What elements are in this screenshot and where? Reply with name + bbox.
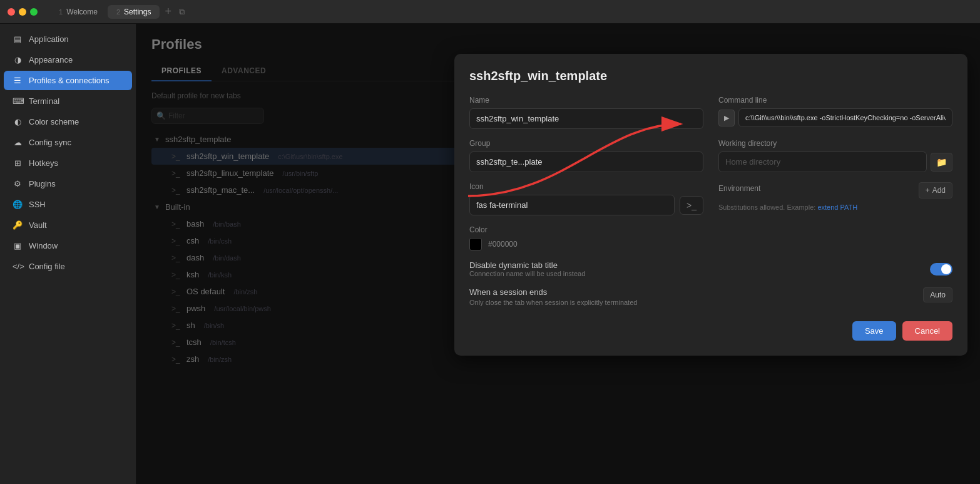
titlebar: 1 Welcome 2 Settings + ⧉ xyxy=(0,0,980,24)
vault-icon: 🔑 xyxy=(13,220,23,230)
command-line-label: Command line xyxy=(718,96,952,105)
sidebar-item-label: Plugins xyxy=(29,179,56,188)
add-label: Add xyxy=(932,186,946,195)
sidebar-item-label: Terminal xyxy=(29,96,59,106)
maximize-button[interactable] xyxy=(30,8,38,16)
sidebar-item-hotkeys[interactable]: ⊞ Hotkeys xyxy=(4,153,132,173)
name-field-group: Name xyxy=(469,96,703,129)
working-dir-label: Working directory xyxy=(718,139,952,148)
profiles-icon: ☰ xyxy=(13,76,23,85)
config-file-icon: </> xyxy=(13,262,23,271)
sidebar-item-label: SSH xyxy=(29,200,46,209)
toggle-knob xyxy=(941,264,951,274)
color-field-group: Color #000000 xyxy=(469,225,952,250)
sidebar-item-label: Profiles & connections xyxy=(29,76,110,85)
disable-tab-title-toggle[interactable] xyxy=(930,263,952,275)
env-header: Environment + Add xyxy=(718,182,952,198)
sidebar-item-application[interactable]: ▤ Application xyxy=(4,29,132,49)
sidebar-item-window[interactable]: ▣ Window xyxy=(4,236,132,255)
sidebar-item-label: Appearance xyxy=(29,55,73,64)
working-dir-wrap: 📁 xyxy=(718,152,952,172)
add-env-button[interactable]: + Add xyxy=(919,182,952,198)
sidebar-item-config-file[interactable]: </> Config file xyxy=(4,257,132,276)
config-sync-icon: ☁ xyxy=(13,138,23,147)
sidebar-item-profiles[interactable]: ☰ Profiles & connections xyxy=(4,71,132,90)
sidebar-item-color-scheme[interactable]: ◐ Color scheme xyxy=(4,112,132,131)
terminal-icon: ⌨ xyxy=(13,96,23,106)
color-label: Color xyxy=(469,225,952,234)
sidebar-item-label: Config sync xyxy=(29,138,71,147)
disable-tab-title-label: Disable dynamic tab title xyxy=(469,260,924,270)
name-label: Name xyxy=(469,96,703,105)
new-tab-button[interactable]: + xyxy=(161,5,175,18)
browse-button[interactable]: 📁 xyxy=(931,153,952,172)
session-ends-group: When a session ends Only close the tab w… xyxy=(469,287,952,306)
dialog-title: ssh2sftp_win_template xyxy=(469,69,952,83)
sidebar-item-config-sync[interactable]: ☁ Config sync xyxy=(4,133,132,152)
command-line-input[interactable] xyxy=(738,108,952,127)
command-play-button[interactable]: ▶ xyxy=(718,110,735,126)
command-line-field-group: Command line ▶ xyxy=(718,96,952,129)
traffic-lights xyxy=(8,8,38,16)
sidebar-item-label: Vault xyxy=(29,220,47,230)
tab-welcome[interactable]: 1 Welcome xyxy=(50,5,106,19)
icon-label: Icon xyxy=(469,182,703,191)
tab-settings[interactable]: 2 Settings xyxy=(108,5,160,19)
disable-tab-title-group: Disable dynamic tab title Connection nam… xyxy=(469,260,952,277)
name-input[interactable] xyxy=(469,108,703,129)
sidebar-item-terminal[interactable]: ⌨ Terminal xyxy=(4,91,132,111)
content-wrapper: Profiles PROFILES ADVANCED Default profi… xyxy=(136,24,980,484)
application-icon: ▤ xyxy=(13,34,23,44)
save-button[interactable]: Save xyxy=(852,321,896,341)
cancel-button[interactable]: Cancel xyxy=(902,321,952,341)
sidebar-item-label: Color scheme xyxy=(29,117,79,126)
hotkeys-icon: ⊞ xyxy=(13,158,23,168)
disable-tab-title-desc: Connection name will be used instead xyxy=(469,270,924,277)
color-swatch[interactable] xyxy=(469,238,482,250)
environment-field-group: Environment + Add Substitutions allowed.… xyxy=(718,182,952,215)
icon-field-group: Icon >_ xyxy=(469,182,703,215)
ssh-icon: 🌐 xyxy=(13,200,23,209)
icon-row: >_ xyxy=(469,195,703,215)
sidebar-item-appearance[interactable]: ◑ Appearance xyxy=(4,50,132,70)
close-button[interactable] xyxy=(8,8,15,16)
tab-bar: 1 Welcome 2 Settings + ⧉ xyxy=(50,5,972,19)
plus-icon: + xyxy=(926,186,930,195)
icon-input[interactable] xyxy=(469,195,675,215)
profile-edit-dialog: ssh2sftp_win_template Name Command line … xyxy=(454,54,967,356)
appearance-icon: ◑ xyxy=(13,55,23,64)
dialog-grid: Name Command line ▶ Group xyxy=(469,96,952,215)
split-button[interactable]: ⧉ xyxy=(179,7,185,17)
group-field-group: Group xyxy=(469,139,703,172)
working-dir-field-group: Working directory 📁 xyxy=(718,139,952,172)
group-input[interactable] xyxy=(469,152,703,172)
sidebar-item-label: Application xyxy=(29,34,69,44)
main-layout: ▤ Application ◑ Appearance ☰ Profiles & … xyxy=(0,24,980,484)
dialog-footer: Save Cancel xyxy=(469,321,952,341)
color-value: #000000 xyxy=(488,240,518,249)
group-label: Group xyxy=(469,139,703,148)
command-line-wrap: ▶ xyxy=(718,108,952,127)
sidebar-item-label: Hotkeys xyxy=(29,158,58,168)
window-icon: ▣ xyxy=(13,241,23,250)
extend-path-link[interactable]: extend PATH xyxy=(817,203,857,211)
dialog-backdrop: ssh2sftp_win_template Name Command line … xyxy=(136,24,980,484)
icon-preview: >_ xyxy=(680,196,703,215)
toggle-row: Disable dynamic tab title Connection nam… xyxy=(469,260,952,277)
env-hint: Substitutions allowed. Example: extend P… xyxy=(718,203,952,211)
color-scheme-icon: ◐ xyxy=(13,117,23,126)
working-dir-input[interactable] xyxy=(718,152,927,172)
session-ends-value[interactable]: Auto xyxy=(923,287,952,302)
session-ends-label: When a session ends xyxy=(469,287,917,297)
environment-label: Environment xyxy=(718,184,760,193)
sidebar-item-label: Window xyxy=(29,241,58,250)
minimize-button[interactable] xyxy=(19,8,26,16)
sidebar-item-ssh[interactable]: 🌐 SSH xyxy=(4,195,132,214)
plugins-icon: ⚙ xyxy=(13,179,23,188)
color-row: #000000 xyxy=(469,238,952,250)
sidebar: ▤ Application ◑ Appearance ☰ Profiles & … xyxy=(0,24,136,484)
session-ends-desc: Only close the tab when session is expli… xyxy=(469,299,917,306)
sidebar-item-plugins[interactable]: ⚙ Plugins xyxy=(4,174,132,193)
sidebar-item-vault[interactable]: 🔑 Vault xyxy=(4,215,132,235)
session-ends-text: When a session ends Only close the tab w… xyxy=(469,287,917,306)
